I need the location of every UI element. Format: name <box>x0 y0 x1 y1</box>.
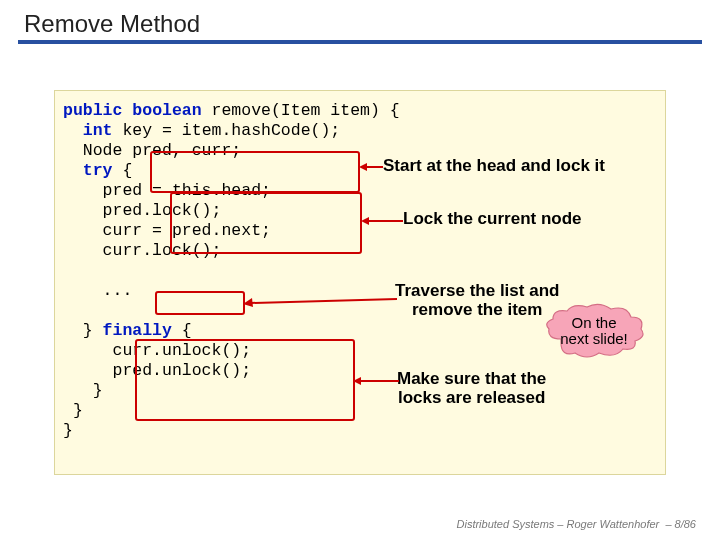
annotation-4: Make sure that the locks are released <box>397 369 546 407</box>
footer-course: Distributed Systems – Roger Wattenhofer <box>457 518 660 530</box>
highlight-box-2 <box>170 192 362 254</box>
kw-int: int <box>63 121 113 140</box>
footer-page: – 8/86 <box>665 518 696 530</box>
code-text: } <box>63 421 73 440</box>
code-text: { <box>113 161 133 180</box>
code-text: } <box>63 401 83 420</box>
callout-cloud: On the next slide! <box>541 303 647 359</box>
kw-public: public <box>63 101 122 120</box>
code-ellipsis: ... <box>63 281 132 300</box>
code-panel: public boolean remove(Item item) { int k… <box>54 90 666 475</box>
code-text: { <box>172 321 192 340</box>
kw-finally: finally <box>103 321 172 340</box>
kw-boolean: boolean <box>122 101 201 120</box>
annotation-3: Traverse the list and remove the item <box>395 281 559 319</box>
title-divider <box>18 40 702 44</box>
slide-title: Remove Method <box>0 0 720 40</box>
annotation-2: Lock the current node <box>403 209 582 228</box>
kw-try: try <box>63 161 113 180</box>
highlight-box-4 <box>135 339 355 421</box>
annotation-1: Start at the head and lock it <box>383 156 605 175</box>
code-text: remove(Item item) { <box>202 101 400 120</box>
code-text: key = item.hashCode(); <box>113 121 341 140</box>
cloud-text: On the next slide! <box>541 303 647 359</box>
highlight-box-1 <box>150 151 360 193</box>
highlight-box-3 <box>155 291 245 315</box>
footer: Distributed Systems – Roger Wattenhofer … <box>457 518 697 530</box>
code-text: } <box>63 321 103 340</box>
code-text: } <box>63 381 103 400</box>
